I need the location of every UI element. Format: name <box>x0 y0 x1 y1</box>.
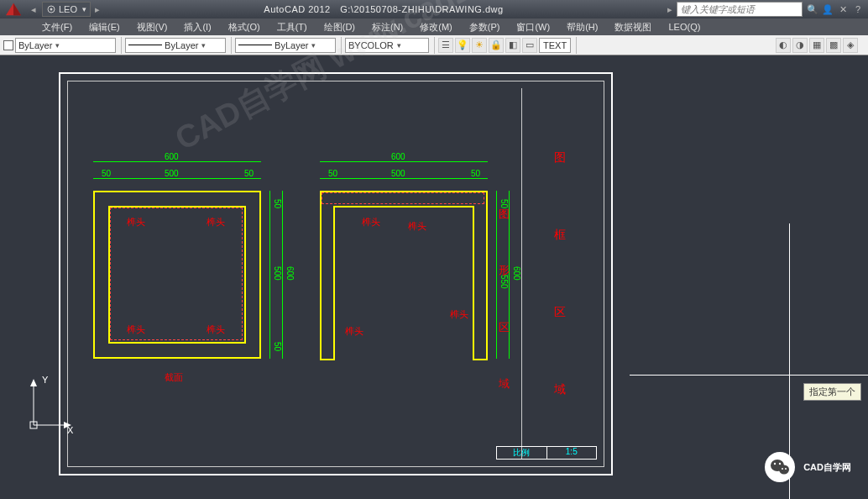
menu-view[interactable]: 视图(V) <box>128 19 176 35</box>
branding-text: CAD自学网 <box>803 461 851 474</box>
dim-line <box>93 161 261 162</box>
help-icon[interactable]: ? <box>851 3 865 16</box>
annotation-label: 榫头 <box>450 308 468 321</box>
menu-modify[interactable]: 修改(M) <box>411 19 461 35</box>
menu-tool[interactable]: 工具(T) <box>269 19 316 35</box>
color-swatch[interactable] <box>3 40 13 50</box>
help-dropdown[interactable]: ▸ <box>663 4 677 15</box>
layer-on-icon[interactable]: 💡 <box>455 38 470 53</box>
dim-line <box>93 178 261 179</box>
dim-line <box>496 191 497 359</box>
window-title: AutoCAD 2012 G:\20150708-ZHIHU\DRAWING.d… <box>104 3 663 15</box>
shape-edge <box>473 206 474 359</box>
svg-point-1 <box>50 8 53 11</box>
menu-leo[interactable]: LEO(Q) <box>660 20 709 34</box>
dim-text: 600 <box>391 152 405 161</box>
quick-access-right[interactable]: ▸ <box>91 4 104 15</box>
quick-access-left[interactable]: ◂ <box>27 4 40 15</box>
annotation-label: 榫头 <box>345 325 363 338</box>
menu-edit[interactable]: 编辑(E) <box>81 19 128 35</box>
dim-text: 50 <box>102 169 111 178</box>
title-block-label: 比例 <box>497 447 547 459</box>
menu-dataview[interactable]: 数据视图 <box>606 19 660 35</box>
menu-dimension[interactable]: 标注(N) <box>363 19 411 35</box>
svg-point-10 <box>779 465 789 475</box>
shape-edge <box>333 206 335 359</box>
dim-text: 50 <box>328 169 337 178</box>
lineweight-select[interactable]: ByLayer <box>235 38 336 53</box>
annotation-label: 榫头 <box>127 216 145 228</box>
drawing-area-label: 图 形 区 域 <box>499 165 515 433</box>
tool-icon-3[interactable]: ▦ <box>809 38 824 53</box>
properties-toolbar: ByLayer ByLayer ByLayer BYCOLOR ☰ 💡 ☀ 🔒 … <box>0 35 868 55</box>
dim-line <box>282 191 283 359</box>
shape-edge <box>473 359 488 360</box>
drawing-frame-outer: 600 50 500 50 50 500 50 600 榫头 <box>59 72 613 475</box>
title-bar: ◂ LEO ▸ AutoCAD 2012 G:\20150708-ZHIHU\D… <box>0 0 868 18</box>
shape-edge <box>320 359 335 360</box>
menu-bar: 文件(F) 编辑(E) 视图(V) 插入(I) 格式(O) 工具(T) 绘图(D… <box>0 18 868 35</box>
plotstyle-select[interactable]: BYCOLOR <box>345 38 429 53</box>
title-block-sidebar: 图 框 区 域 <box>521 88 597 460</box>
svg-point-12 <box>785 468 787 470</box>
drawing-frame-inner: 600 50 500 50 50 500 50 600 榫头 <box>67 81 604 467</box>
shape-edge <box>259 191 261 359</box>
annotation-label: 榫头 <box>207 216 225 228</box>
dim-text: 50 <box>471 169 480 178</box>
shape-edge <box>108 342 246 344</box>
shape-edge <box>93 357 261 359</box>
menu-params[interactable]: 参数(P) <box>461 19 509 35</box>
svg-point-8 <box>774 463 776 465</box>
workspace-name: LEO <box>59 4 77 14</box>
dim-line <box>269 191 270 359</box>
dim-text: 500 <box>391 169 405 178</box>
drawing-workspace[interactable]: 600 50 500 50 50 500 50 600 榫头 <box>0 55 868 499</box>
menu-window[interactable]: 窗口(W) <box>508 19 558 35</box>
tool-icon-1[interactable]: ◐ <box>776 38 791 53</box>
annotation-label: 榫头 <box>362 216 380 228</box>
dim-line <box>320 178 488 179</box>
workspace-selector[interactable]: LEO <box>42 2 91 17</box>
layer-freeze-icon[interactable]: ☀ <box>472 38 487 53</box>
menu-insert[interactable]: 插入(I) <box>175 19 219 35</box>
tool-icon-5[interactable]: ◈ <box>843 38 858 53</box>
layer-lock-icon[interactable]: 🔒 <box>489 38 504 53</box>
layer-manager-icon[interactable]: ☰ <box>438 38 453 53</box>
color-select[interactable]: ByLayer <box>15 38 116 53</box>
dim-text: 50 <box>273 199 282 208</box>
app-logo[interactable] <box>0 0 27 18</box>
svg-point-11 <box>782 468 783 470</box>
gear-icon <box>46 4 56 14</box>
tool-icon-4[interactable]: ▩ <box>826 38 841 53</box>
text-tool[interactable]: TEXT <box>539 38 571 53</box>
menu-help[interactable]: 帮助(H) <box>558 19 606 35</box>
svg-point-9 <box>779 463 781 465</box>
menu-format[interactable]: 格式(O) <box>220 19 269 35</box>
menu-draw[interactable]: 绘图(D) <box>316 19 363 35</box>
command-tooltip: 指定第一个 <box>803 383 861 401</box>
exchange-icon[interactable]: ✕ <box>836 3 850 16</box>
dim-text: 50 <box>244 169 254 178</box>
crosshair-horizontal <box>630 375 868 376</box>
linetype-select[interactable]: ByLayer <box>125 38 226 53</box>
annotation-label: 榫头 <box>408 220 426 233</box>
title-block: 比例 1:5 <box>496 446 597 460</box>
title-right-icons: 🔍 👤 ✕ ? <box>806 3 868 16</box>
search-go-icon[interactable]: 🔍 <box>806 3 819 16</box>
dim-text: 600 <box>285 266 295 281</box>
layer-plot-icon[interactable]: ▭ <box>522 38 537 53</box>
layer-color-icon[interactable]: ◧ <box>505 38 520 53</box>
shape-edge <box>244 206 246 344</box>
dim-text: 50 <box>273 342 282 351</box>
shape-edge <box>333 206 474 207</box>
signin-icon[interactable]: 👤 <box>821 3 834 16</box>
shape-edge <box>320 191 322 359</box>
svg-marker-3 <box>30 379 37 386</box>
shape-edge <box>93 191 95 359</box>
menu-file[interactable]: 文件(F) <box>34 19 81 35</box>
branding-footer: CAD自学网 <box>765 452 851 482</box>
dim-line <box>320 161 488 162</box>
tool-icon-2[interactable]: ◑ <box>792 38 808 53</box>
annotation-label: 榫头 <box>207 323 225 336</box>
search-input[interactable] <box>677 2 803 17</box>
